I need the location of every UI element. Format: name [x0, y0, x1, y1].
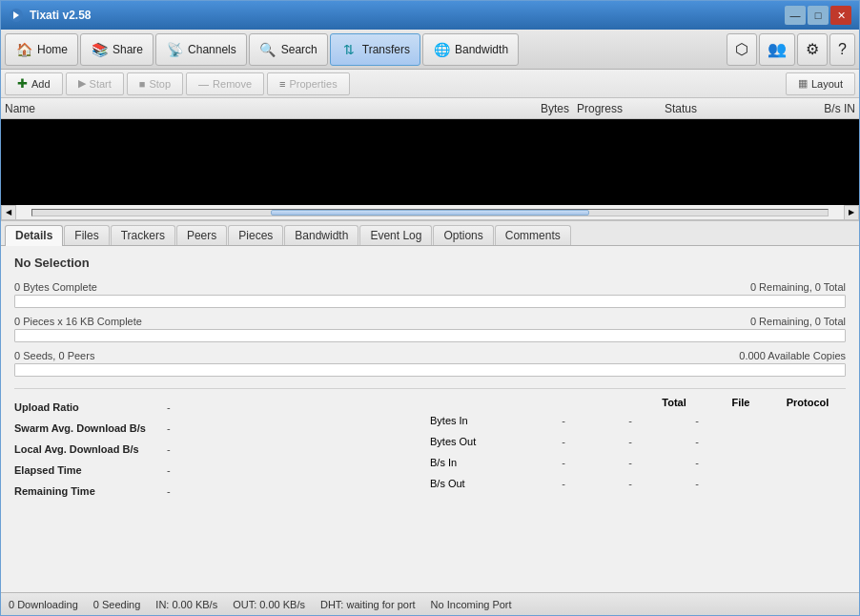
bandwidth-button[interactable]: 🌐 Bandwidth — [422, 33, 519, 66]
properties-label: Properties — [290, 78, 338, 90]
right-icons: ⬡ 👥 ⚙ ? — [727, 33, 855, 66]
scrollbar-thumb[interactable] — [271, 210, 589, 216]
add-button[interactable]: ✚ Add — [5, 72, 63, 95]
channels-icon: 📡 — [166, 41, 183, 58]
settings-icon-button[interactable]: ⚙ — [797, 33, 828, 66]
remaining-row: Remaining Time - — [14, 481, 430, 502]
scroll-right-arrow[interactable]: ▶ — [844, 205, 859, 220]
tab-bandwidth-label: Bandwidth — [295, 229, 348, 242]
network-icon-button[interactable]: ⬡ — [727, 33, 757, 66]
tab-options[interactable]: Options — [433, 225, 493, 245]
tab-trackers[interactable]: Trackers — [111, 225, 175, 245]
users-icon: 👥 — [768, 40, 787, 58]
minimize-button[interactable]: — — [785, 6, 806, 25]
tab-files[interactable]: Files — [64, 225, 109, 245]
bytes-in-label: Bytes In — [430, 415, 525, 426]
share-button[interactable]: 📚 Share — [80, 33, 154, 66]
stop-button[interactable]: ■ Stop — [127, 72, 183, 95]
pieces-progress-bar — [14, 329, 846, 342]
tab-trackers-label: Trackers — [121, 229, 165, 242]
layout-label: Layout — [811, 78, 843, 90]
tab-comments[interactable]: Comments — [495, 225, 571, 245]
tab-options-label: Options — [443, 229, 482, 242]
help-icon-button[interactable]: ? — [829, 33, 855, 66]
stats-left-section: Upload Ratio - Swarm Avg. Download B/s -… — [14, 397, 430, 502]
maximize-button[interactable]: □ — [808, 6, 829, 25]
properties-button[interactable]: ≡ Properties — [267, 72, 350, 95]
home-icon: 🏠 — [15, 41, 32, 58]
remaining-label: Remaining Time — [14, 485, 167, 497]
stop-label: Stop — [149, 78, 171, 90]
app-icon — [9, 8, 24, 23]
bytes-in-row: Bytes In - - - — [430, 410, 846, 431]
properties-icon: ≡ — [279, 78, 285, 90]
stop-icon: ■ — [139, 78, 146, 90]
swarm-dl-row: Swarm Avg. Download B/s - — [14, 418, 430, 439]
channels-button[interactable]: 📡 Channels — [155, 33, 247, 66]
horizontal-scrollbar[interactable]: ◀ ▶ — [1, 205, 859, 220]
transfers-label: Transfers — [362, 43, 410, 56]
dht-status: DHT: waiting for port — [320, 599, 416, 610]
bsout-proto: - — [659, 478, 735, 489]
transfers-button[interactable]: ⇅ Transfers — [330, 33, 420, 66]
secondary-toolbar: ✚ Add ▶ Start ■ Stop — Remove ≡ Properti… — [1, 70, 859, 98]
table-header: Name Bytes Progress Status B/s IN — [1, 98, 859, 119]
bytes-out-proto: - — [659, 436, 735, 447]
stats-container: Upload Ratio - Swarm Avg. Download B/s -… — [14, 397, 846, 502]
add-icon: ✚ — [17, 76, 28, 91]
tab-details[interactable]: Details — [5, 225, 63, 246]
content-area: Name Bytes Progress Status B/s IN ◀ ▶ De… — [1, 98, 859, 592]
remove-button[interactable]: — Remove — [186, 72, 264, 95]
elapsed-label: Elapsed Time — [14, 464, 167, 476]
incoming-port-status: No Incoming Port — [431, 599, 512, 610]
bytes-remaining-label: 0 Remaining, 0 Total — [750, 281, 846, 293]
tab-eventlog[interactable]: Event Log — [359, 225, 432, 245]
local-dl-label: Local Avg. Download B/s — [14, 443, 167, 455]
close-button[interactable]: ✕ — [830, 6, 851, 25]
search-button[interactable]: 🔍 Search — [249, 33, 328, 66]
tab-files-label: Files — [74, 229, 98, 242]
tab-bandwidth[interactable]: Bandwidth — [284, 225, 358, 245]
layout-button[interactable]: ▦ Layout — [786, 72, 855, 95]
tab-peers[interactable]: Peers — [176, 225, 227, 245]
search-icon: 🔍 — [259, 41, 276, 58]
bsout-row: B/s Out - - - — [430, 473, 846, 494]
users-icon-button[interactable]: 👥 — [759, 33, 795, 66]
home-button[interactable]: 🏠 Home — [5, 33, 78, 66]
bsin-proto: - — [659, 457, 735, 468]
title-bar: Tixati v2.58 — □ ✕ — [1, 1, 859, 30]
transfers-icon: ⇅ — [340, 41, 358, 58]
stats-table: Upload Ratio - Swarm Avg. Download B/s -… — [14, 388, 846, 502]
start-button[interactable]: ▶ Start — [66, 72, 124, 95]
tab-details-label: Details — [15, 229, 52, 242]
swarm-dl-value: - — [167, 422, 430, 434]
tab-pieces[interactable]: Pieces — [228, 225, 283, 245]
bytes-out-total: - — [525, 436, 602, 447]
transfer-list[interactable] — [1, 119, 859, 205]
scroll-left-arrow[interactable]: ◀ — [1, 205, 16, 220]
local-dl-row: Local Avg. Download B/s - — [14, 439, 430, 460]
share-icon: 📚 — [91, 41, 108, 58]
add-label: Add — [31, 78, 51, 90]
layout-icon: ▦ — [798, 77, 808, 90]
bsin-file: - — [602, 457, 659, 468]
stats-right-section: Total File Protocol Bytes In - - - — [430, 397, 846, 502]
bsin-label: B/s In — [430, 457, 525, 468]
col-bytes-header: Bytes — [512, 102, 569, 115]
share-label: Share — [113, 43, 143, 56]
scrollbar-track[interactable] — [31, 209, 829, 216]
downloading-status: 0 Downloading — [9, 599, 78, 610]
upload-ratio-row: Upload Ratio - — [14, 397, 430, 418]
help-icon: ? — [838, 41, 847, 58]
bytes-in-total: - — [525, 415, 602, 426]
elapsed-row: Elapsed Time - — [14, 460, 430, 481]
col-status-header: Status — [665, 102, 779, 115]
available-copies-label: 0.000 Available Copies — [739, 350, 846, 361]
no-selection-label: No Selection — [14, 256, 846, 270]
bandwidth-label: Bandwidth — [455, 43, 508, 56]
bsout-file: - — [602, 478, 659, 489]
tab-peers-label: Peers — [187, 229, 216, 242]
col-file-header: File — [712, 397, 769, 408]
bytes-progress-bar — [14, 295, 846, 308]
seeds-peers-label: 0 Seeds, 0 Peers — [14, 350, 94, 361]
